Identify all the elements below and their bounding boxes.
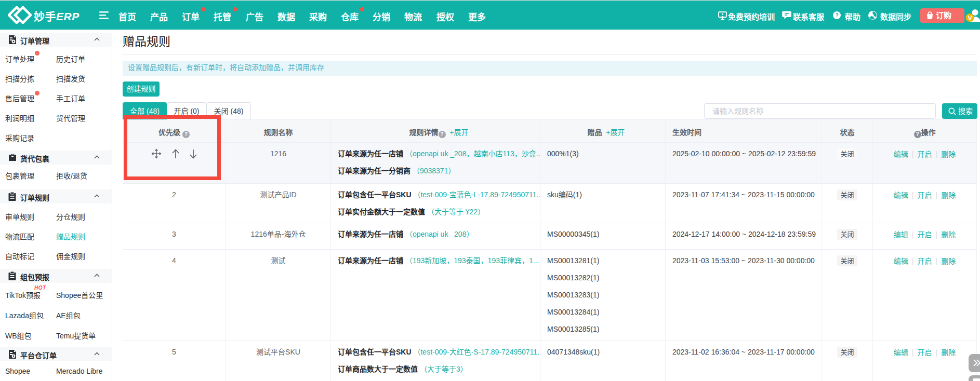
svg-text:?: ? xyxy=(835,12,838,18)
svg-text:V: V xyxy=(968,14,972,22)
